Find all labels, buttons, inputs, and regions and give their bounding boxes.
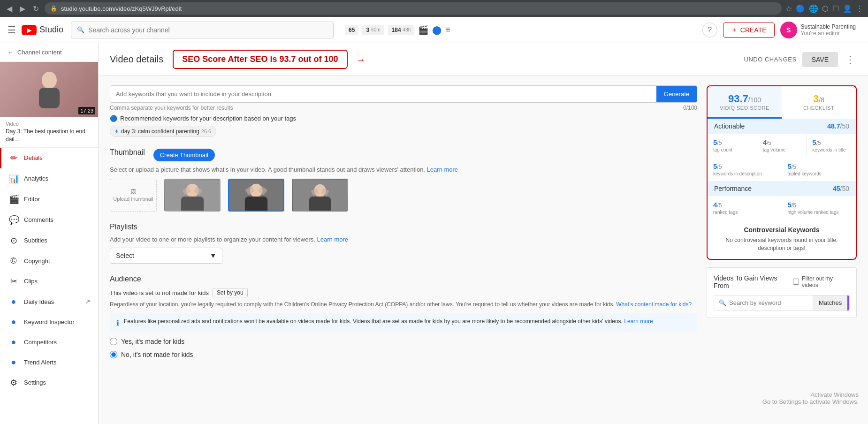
hamburger-icon[interactable]: ☰ xyxy=(8,24,16,36)
thumbnail-2[interactable] xyxy=(228,179,284,212)
seo-score-tab[interactable]: 93.7/100 VIDIQ SEO SCORE xyxy=(708,86,782,119)
thumb2-svg xyxy=(229,179,283,212)
video-title: Day 3: The best question to end dail... xyxy=(6,128,92,144)
extension3-icon[interactable]: ⬡ xyxy=(822,4,829,13)
thumbnail-learn-more[interactable]: Learn more xyxy=(427,166,458,173)
user-section: S Sustainable Parenting – You're an edit… xyxy=(780,22,860,38)
sidebar-item-trend-alerts[interactable]: ● Trend Alerts xyxy=(0,352,98,372)
hint-text: Comma separate your keywords for better … xyxy=(110,105,233,111)
info-box: ℹ Features like personalized ads and not… xyxy=(110,313,697,332)
keywords-desc-label: keywords in description xyxy=(713,171,776,176)
checklist-num: 3/8 xyxy=(786,93,851,105)
sidebar-item-editor[interactable]: 🎬 Editor xyxy=(0,189,98,210)
set-by-button[interactable]: Set by you xyxy=(213,288,248,297)
playlist-select[interactable]: Select ▼ xyxy=(110,248,222,264)
create-button[interactable]: ＋ CREATE xyxy=(723,23,775,38)
info-learn-more[interactable]: Learn more xyxy=(624,318,653,325)
actionable-metrics2: 5/5 keywords in description 5/5 tripled … xyxy=(708,158,856,181)
user-avatar[interactable]: S xyxy=(780,22,797,38)
keyword-tag[interactable]: + day 3: calm confident parenting 26.6 xyxy=(110,126,216,137)
sidebar-item-details[interactable]: ✏ Details xyxy=(0,148,98,168)
sidebar-item-clips[interactable]: ✂ Clips xyxy=(0,271,98,292)
thumbnail-row: 🖼 Upload thumbnail xyxy=(110,179,697,212)
video-label: Video xyxy=(6,121,92,127)
thumb3-inner xyxy=(293,180,347,211)
video-details-title: Video details xyxy=(110,54,163,65)
sidebar-item-analytics[interactable]: 📊 Analytics xyxy=(0,168,98,189)
studio-text: Studio xyxy=(39,25,63,35)
forward-btn[interactable]: ▶ xyxy=(18,2,27,15)
back-btn[interactable]: ◀ xyxy=(5,2,14,15)
subtitles-icon: ⊙ xyxy=(9,235,18,246)
panel-header-row: Videos To Gain Views From Filter out my … xyxy=(714,274,850,289)
lock-button[interactable]: 🔒 xyxy=(847,295,850,310)
audience-section: Audience This video is set to not made f… xyxy=(110,275,697,358)
create-thumbnail-button[interactable]: Create Thumbnail xyxy=(153,149,215,161)
daily-ideas-icon: ● xyxy=(9,297,18,307)
actionable-metrics: 5/5 tag count 4/5 tag volume 5/5 keyword… xyxy=(708,134,856,157)
lock-icon: 🔒 xyxy=(50,5,57,12)
thumbnail-duration: 17:23 xyxy=(78,107,95,114)
generate-button[interactable]: Generate xyxy=(656,86,697,102)
filter-label[interactable]: Filter out my videos xyxy=(802,275,850,288)
extension1-icon[interactable]: 🔵 xyxy=(796,4,805,13)
search-input[interactable] xyxy=(88,26,327,34)
thumbnail-3[interactable] xyxy=(292,179,348,212)
keywords-input[interactable] xyxy=(110,86,656,102)
thumbnail-1[interactable] xyxy=(164,179,221,212)
nav-right: ? ＋ CREATE S Sustainable Parenting – You… xyxy=(702,22,860,38)
radio-no-label[interactable]: No, it's not made for kids xyxy=(121,351,193,358)
sidebar-back[interactable]: ← Channel content xyxy=(0,43,98,62)
daily-ideas-label: Daily Ideas xyxy=(24,298,54,305)
refresh-btn[interactable]: ↻ xyxy=(31,2,41,15)
checklist-tab[interactable]: 3/8 CHECKLIST xyxy=(782,86,856,119)
sidebar-item-subtitles[interactable]: ⊙ Subtitles xyxy=(0,230,98,251)
radio-yes[interactable] xyxy=(110,338,117,345)
keyword-search-row: 🔍 Matches 🔒 xyxy=(714,295,850,311)
more-menu-icon[interactable]: ⋮ xyxy=(844,52,857,67)
extension5-icon[interactable]: 👤 xyxy=(843,4,852,13)
metric-ranked-tags: 4/5 ranked tags xyxy=(708,196,782,220)
sidebar-item-copyright[interactable]: © Copyright xyxy=(0,251,98,271)
sidebar-item-daily-ideas[interactable]: ● Daily Ideas ↗ xyxy=(0,292,98,312)
extension2-icon[interactable]: 🌐 xyxy=(809,4,818,13)
info-text: Features like personalized ads and notif… xyxy=(124,318,653,325)
search-bar[interactable]: 🔍 xyxy=(71,22,334,38)
playlists-learn-more[interactable]: Learn more xyxy=(317,236,348,243)
sidebar-item-comments[interactable]: 💬 Comments xyxy=(0,210,98,230)
keywords-hint: Comma separate your keywords for better … xyxy=(110,105,697,111)
extension4-icon[interactable]: ☐ xyxy=(832,4,839,13)
bookmark-icon[interactable]: ☆ xyxy=(785,4,792,13)
more-nav-icon[interactable]: ≡ xyxy=(445,25,450,35)
view-icon[interactable]: 🎬 xyxy=(418,25,428,35)
help-button[interactable]: ? xyxy=(702,23,717,38)
sidebar-item-settings[interactable]: ⚙ Settings xyxy=(0,372,98,393)
keyword-search-input[interactable] xyxy=(729,299,808,306)
yt-logo[interactable]: ▶ Studio xyxy=(22,25,63,35)
copyright-icon: © xyxy=(9,256,18,266)
coppa-main: Regardless of your location, you're lega… xyxy=(110,301,615,308)
upload-thumbnail[interactable]: 🖼 Upload thumbnail xyxy=(110,179,157,212)
menu-icon[interactable]: ⋮ xyxy=(856,4,863,13)
address-bar[interactable]: 🔒 studio.youtube.com/video/zKq5WJ9vRpl/e… xyxy=(45,2,782,15)
video-details-header: Video details SEO Score After SEO is 93.… xyxy=(99,43,868,76)
playlists-desc: Add your video to one or more playlists … xyxy=(110,236,697,243)
filter-checkbox[interactable] xyxy=(793,279,799,285)
radio-no[interactable] xyxy=(110,351,117,358)
stat-num-1: 65 xyxy=(349,27,355,33)
actionable-label: Actionable xyxy=(714,122,745,130)
radio-yes-label[interactable]: Yes, it's made for kids xyxy=(121,338,184,345)
playlist-select-row: Select ▼ xyxy=(110,248,697,264)
whats-content-link[interactable]: What's content made for kids? xyxy=(616,301,692,308)
rec-icon: 🔵 xyxy=(110,115,117,122)
high-volume-label: high volume ranked tags xyxy=(788,210,851,215)
content-area: Video details SEO Score After SEO is 93.… xyxy=(99,43,868,424)
stat-pill-2: 3 60m xyxy=(362,25,384,35)
sidebar-item-competitors[interactable]: ● Competitors xyxy=(0,332,98,352)
save-button[interactable]: SAVE xyxy=(802,52,838,67)
stream-icon[interactable]: ⬤ xyxy=(432,25,442,35)
undo-button[interactable]: UNDO CHANGES xyxy=(744,56,797,63)
sidebar-item-keyword-inspector[interactable]: ● Keyword Inspector xyxy=(0,312,98,332)
matches-button[interactable]: Matches xyxy=(813,295,847,310)
nav-left: ☰ ▶ Studio xyxy=(8,24,63,36)
